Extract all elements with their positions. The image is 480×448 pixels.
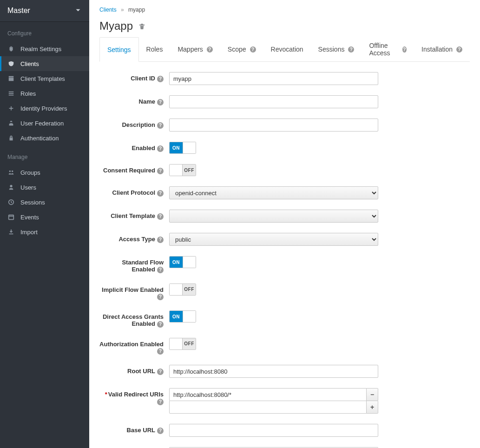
- client-protocol-select[interactable]: openid-connect: [169, 186, 378, 199]
- valid-redirect-input-new[interactable]: [169, 401, 367, 414]
- tab-label: Installation: [421, 46, 453, 53]
- direct-access-toggle[interactable]: ON: [169, 310, 196, 323]
- import-icon: [7, 228, 15, 236]
- tab-offline-access[interactable]: Offline Access?: [362, 37, 414, 61]
- identity-providers-icon: [7, 105, 15, 112]
- sidebar-item-label: Authentication: [20, 135, 59, 142]
- sidebar-item-client-templates[interactable]: Client Templates: [0, 71, 89, 86]
- help-icon[interactable]: ?: [250, 46, 256, 53]
- tabs: SettingsRolesMappers?Scope?RevocationSes…: [99, 37, 470, 62]
- section-label-configure: Configure: [0, 22, 89, 41]
- user-federation-icon: [7, 119, 15, 127]
- root-url-input[interactable]: [169, 365, 378, 378]
- row-description: Description?: [99, 119, 470, 132]
- tab-mappers[interactable]: Mappers?: [170, 37, 220, 61]
- client-template-select[interactable]: [169, 210, 378, 223]
- svg-point-0: [9, 171, 11, 172]
- label-client-id: Client ID: [131, 75, 155, 82]
- row-base-url: Base URL?: [99, 424, 470, 437]
- sidebar-item-roles[interactable]: Roles: [0, 86, 89, 101]
- help-icon[interactable]: ?: [157, 190, 164, 197]
- sidebar-item-sessions[interactable]: Sessions: [0, 195, 89, 210]
- tab-label: Offline Access: [369, 42, 398, 57]
- nav-configure: Realm SettingsClientsClient TemplatesRol…: [0, 41, 89, 145]
- tab-label: Scope: [228, 46, 246, 53]
- remove-redirect-button[interactable]: −: [367, 388, 378, 401]
- help-icon[interactable]: ?: [157, 237, 164, 243]
- label-client-template: Client Template: [111, 212, 155, 219]
- tab-settings[interactable]: Settings: [99, 37, 139, 62]
- client-id-input[interactable]: [169, 72, 378, 85]
- implicit-flow-toggle[interactable]: OFF: [169, 283, 196, 296]
- sidebar-item-label: User Federation: [20, 120, 64, 127]
- label-description: Description: [122, 121, 155, 128]
- label-root-url: Root URL: [127, 368, 155, 375]
- row-implicit-flow: Implicit Flow Enabled? OFF: [99, 283, 470, 301]
- page-title-text: Myapp: [99, 20, 133, 33]
- name-input[interactable]: [169, 95, 378, 108]
- tab-installation[interactable]: Installation?: [414, 37, 470, 61]
- help-icon[interactable]: ?: [157, 213, 164, 220]
- events-icon: [7, 213, 15, 221]
- client-templates-icon: [7, 75, 15, 82]
- help-icon[interactable]: ?: [157, 428, 164, 434]
- tab-sessions[interactable]: Sessions?: [311, 37, 362, 61]
- tab-label: Sessions: [318, 46, 345, 53]
- sidebar-item-authentication[interactable]: Authentication: [0, 131, 89, 145]
- access-type-select[interactable]: public: [169, 233, 378, 246]
- help-icon[interactable]: ?: [157, 76, 164, 82]
- sidebar-item-label: Groups: [20, 169, 40, 176]
- row-client-protocol: Client Protocol? openid-connect: [99, 186, 470, 199]
- help-icon[interactable]: ?: [157, 369, 164, 375]
- help-icon[interactable]: ?: [157, 99, 164, 105]
- description-input[interactable]: [169, 119, 378, 132]
- row-access-type: Access Type? public: [99, 233, 470, 246]
- consent-required-toggle[interactable]: OFF: [169, 164, 196, 176]
- help-icon[interactable]: ?: [157, 267, 164, 273]
- base-url-input[interactable]: [169, 424, 378, 437]
- authorization-toggle[interactable]: OFF: [169, 338, 196, 350]
- sidebar-item-events[interactable]: Events: [0, 210, 89, 224]
- help-icon[interactable]: ?: [157, 294, 164, 300]
- help-icon[interactable]: ?: [157, 321, 164, 328]
- label-consent-required: Consent Required: [103, 167, 155, 174]
- add-redirect-button[interactable]: +: [367, 401, 378, 414]
- standard-flow-toggle[interactable]: ON: [169, 256, 196, 268]
- tab-scope[interactable]: Scope?: [220, 37, 263, 61]
- sidebar-item-label: Users: [20, 184, 36, 191]
- help-icon[interactable]: ?: [402, 46, 407, 53]
- sidebar-item-label: Clients: [20, 60, 39, 67]
- row-client-id: Client ID?: [99, 72, 470, 85]
- breadcrumb-root[interactable]: Clients: [99, 7, 117, 13]
- tab-label: Mappers: [178, 46, 203, 53]
- enabled-toggle[interactable]: ON: [169, 142, 196, 154]
- sidebar-item-import[interactable]: Import: [0, 224, 89, 239]
- row-enabled: Enabled? ON: [99, 142, 470, 154]
- page-title: Myapp: [99, 20, 470, 33]
- help-icon[interactable]: ?: [157, 145, 164, 152]
- sidebar-item-realm-settings[interactable]: Realm Settings: [0, 41, 89, 56]
- help-icon[interactable]: ?: [157, 122, 164, 129]
- help-icon[interactable]: ?: [157, 168, 164, 174]
- valid-redirect-input-0[interactable]: [169, 388, 367, 401]
- breadcrumb: Clients » myapp: [99, 7, 470, 13]
- tab-revocation[interactable]: Revocation: [263, 37, 311, 61]
- help-icon[interactable]: ?: [456, 46, 462, 53]
- tab-roles[interactable]: Roles: [139, 37, 171, 61]
- main: Clients » myapp Myapp SettingsRolesMappe…: [89, 0, 480, 448]
- help-icon[interactable]: ?: [348, 46, 354, 53]
- help-icon[interactable]: ?: [207, 46, 213, 53]
- row-authorization: Authorization Enabled? OFF: [99, 338, 470, 355]
- delete-icon[interactable]: [138, 20, 145, 33]
- sidebar-item-clients[interactable]: Clients: [0, 56, 89, 71]
- sidebar-item-users[interactable]: Users: [0, 180, 89, 195]
- row-root-url: Root URL?: [99, 365, 470, 378]
- sidebar-item-identity-providers[interactable]: Identity Providers: [0, 101, 89, 116]
- row-direct-access: Direct Access Grants Enabled? ON: [99, 310, 470, 328]
- help-icon[interactable]: ?: [157, 399, 164, 405]
- help-icon[interactable]: ?: [157, 348, 164, 355]
- realm-selector[interactable]: Master: [0, 0, 89, 22]
- sidebar-item-groups[interactable]: Groups: [0, 165, 89, 180]
- label-client-protocol: Client Protocol: [112, 189, 155, 196]
- sidebar-item-user-federation[interactable]: User Federation: [0, 116, 89, 131]
